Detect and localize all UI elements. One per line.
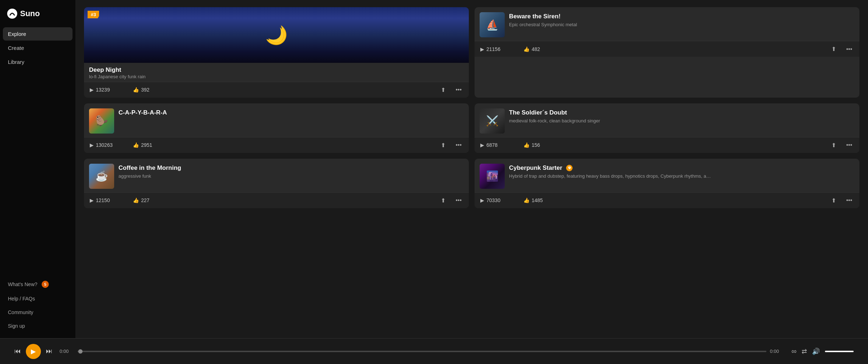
play-count-value: 6878 — [486, 142, 498, 148]
volume-button[interactable]: 🔊 — [812, 347, 820, 355]
like-count-coffee: 👍 227 — [133, 197, 169, 203]
like-icon: 👍 — [523, 142, 529, 148]
loop-icon: ∞ — [792, 347, 797, 355]
play-count-capybara: ▶ 130263 — [90, 142, 133, 148]
card-top-soldier: The Soldier´s Doubt medieval folk-rock, … — [475, 103, 859, 137]
song-card-deep-night[interactable]: 🌙 #3 Deep Night lo-fi Japanese city funk… — [84, 7, 469, 98]
card-info-deep-night: Deep Night lo-fi Japanese city funk rain — [84, 63, 469, 82]
card-top-cyberpunk: Cyberpunk Starter ☢ Hybrid of trap and d… — [475, 159, 859, 192]
share-button-coffee[interactable]: ⬆ — [439, 196, 447, 205]
more-button-capybara[interactable]: ••• — [454, 141, 463, 149]
footer-actions-soldier: ⬆ ••• — [830, 141, 854, 149]
card-footer-soldier: ▶ 6878 👍 156 ⬆ ••• — [475, 137, 859, 153]
song-card-cyberpunk[interactable]: Cyberpunk Starter ☢ Hybrid of trap and d… — [475, 159, 859, 208]
like-icon: 👍 — [133, 197, 139, 203]
share-button-cyberpunk[interactable]: ⬆ — [830, 196, 837, 205]
logo-text: Suno — [20, 9, 40, 18]
sidebar-item-whats-new[interactable]: What's New? 5 — [3, 277, 73, 291]
share-button-soldier[interactable]: ⬆ — [830, 141, 837, 149]
logo: Suno — [0, 6, 75, 27]
sidebar-item-community[interactable]: Community — [3, 306, 73, 319]
skip-back-button[interactable]: ⏮ — [14, 347, 21, 355]
sidebar: Suno Explore Create Library What's New? … — [0, 0, 75, 338]
card-subtitle-soldier: medieval folk-rock, clean background sin… — [509, 118, 854, 124]
more-button-siren[interactable]: ••• — [845, 45, 854, 53]
more-button-cyberpunk[interactable]: ••• — [845, 196, 854, 204]
play-count-deep-night: ▶ 13239 — [90, 87, 133, 93]
like-count-value: 2951 — [141, 142, 152, 148]
like-count-soldier: 👍 156 — [523, 142, 559, 148]
like-icon: 👍 — [133, 87, 139, 93]
card-subtitle-cyberpunk: Hybrid of trap and dubstep, featuring he… — [509, 173, 854, 179]
progress-bar[interactable] — [78, 351, 766, 352]
thumbnail-cyberpunk — [480, 164, 505, 189]
card-footer-cyberpunk: ▶ 70330 👍 1485 ⬆ ••• — [475, 192, 859, 208]
current-time: 0:00 — [60, 349, 74, 354]
hazard-icon: ☢ — [566, 165, 573, 171]
play-count-value: 70330 — [486, 197, 500, 203]
card-subtitle-deep-night: lo-fi Japanese city funk rain — [89, 74, 464, 80]
like-count-deep-night: 👍 392 — [133, 87, 169, 93]
card-info-coffee: Coffee in the Morning aggressive funk — [118, 164, 464, 180]
thumbnail-coffee — [89, 164, 114, 189]
card-title-siren: Beware the Siren! — [509, 13, 854, 20]
share-button-siren[interactable]: ⬆ — [830, 45, 837, 53]
song-card-siren[interactable]: Beware the Siren! Epic orchestral Sympho… — [475, 7, 859, 98]
song-card-coffee[interactable]: Coffee in the Morning aggressive funk ▶ … — [84, 159, 469, 208]
song-card-capybara[interactable]: C-A-P-Y-B-A-R-A ▶ 130263 👍 2951 ⬆ — [84, 103, 469, 153]
card-info-capybara: C-A-P-Y-B-A-R-A — [118, 108, 464, 118]
sidebar-item-help[interactable]: Help / FAQs — [3, 292, 73, 305]
play-count-siren: ▶ 21156 — [480, 46, 523, 52]
play-count-value: 13239 — [96, 87, 110, 93]
like-count-value: 227 — [141, 197, 149, 203]
like-icon: 👍 — [523, 46, 529, 52]
play-count-soldier: ▶ 6878 — [480, 142, 523, 148]
loop-button[interactable]: ∞ — [792, 347, 797, 355]
card-footer-deep-night: ▶ 13239 👍 392 ⬆ ••• — [84, 82, 469, 98]
skip-forward-button[interactable]: ⏭ — [46, 347, 52, 355]
more-button-deep-night[interactable]: ••• — [454, 86, 463, 94]
community-label: Community — [8, 309, 33, 315]
signup-label: Sign up — [8, 323, 25, 329]
card-subtitle-siren: Epic orchestral Symphonic metal — [509, 22, 854, 28]
play-icon: ▶ — [480, 46, 484, 52]
shuffle-icon: ⇄ — [802, 348, 807, 355]
like-count-value: 1485 — [532, 197, 543, 203]
footer-actions-capybara: ⬆ ••• — [439, 141, 463, 149]
song-card-soldier[interactable]: The Soldier´s Doubt medieval folk-rock, … — [475, 103, 859, 153]
like-icon: 👍 — [523, 197, 529, 203]
sidebar-item-create[interactable]: Create — [3, 41, 73, 55]
sidebar-item-library[interactable]: Library — [3, 55, 73, 69]
help-label: Help / FAQs — [8, 296, 35, 302]
footer-actions-cyberpunk: ⬆ ••• — [830, 196, 854, 205]
shuffle-button[interactable]: ⇄ — [802, 347, 807, 355]
card-info-siren: Beware the Siren! Epic orchestral Sympho… — [509, 12, 854, 28]
share-button-deep-night[interactable]: ⬆ — [439, 86, 447, 94]
play-count-cyberpunk: ▶ 70330 — [480, 197, 523, 203]
sidebar-item-signup[interactable]: Sign up — [3, 319, 73, 332]
play-pause-button[interactable]: ▶ — [26, 344, 41, 359]
share-button-capybara[interactable]: ⬆ — [439, 141, 447, 149]
card-title-soldier: The Soldier´s Doubt — [509, 109, 854, 116]
card-top-coffee: Coffee in the Morning aggressive funk — [84, 159, 469, 192]
footer-actions-coffee: ⬆ ••• — [439, 196, 463, 205]
card-title-coffee: Coffee in the Morning — [118, 164, 464, 172]
more-button-coffee[interactable]: ••• — [454, 196, 463, 204]
play-count-value: 21156 — [486, 46, 500, 52]
play-count-coffee: ▶ 12150 — [90, 197, 133, 203]
volume-slider[interactable] — [825, 351, 854, 352]
library-label: Library — [8, 59, 24, 65]
sidebar-item-explore[interactable]: Explore — [3, 27, 73, 41]
progress-bar-container: 0:00 0:00 — [60, 349, 784, 354]
like-count-cyberpunk: 👍 1485 — [523, 197, 559, 203]
like-count-value: 482 — [532, 46, 540, 52]
play-icon: ▶ — [480, 142, 484, 148]
play-icon: ▶ — [480, 197, 484, 203]
progress-dot — [78, 349, 83, 354]
more-button-soldier[interactable]: ••• — [845, 141, 854, 149]
like-count-value: 156 — [532, 142, 540, 148]
skip-back-icon: ⏮ — [14, 347, 21, 355]
card-title-cyberpunk: Cyberpunk Starter ☢ — [509, 164, 854, 172]
like-count-value: 392 — [141, 87, 149, 93]
card-title-deep-night: Deep Night — [89, 66, 464, 74]
